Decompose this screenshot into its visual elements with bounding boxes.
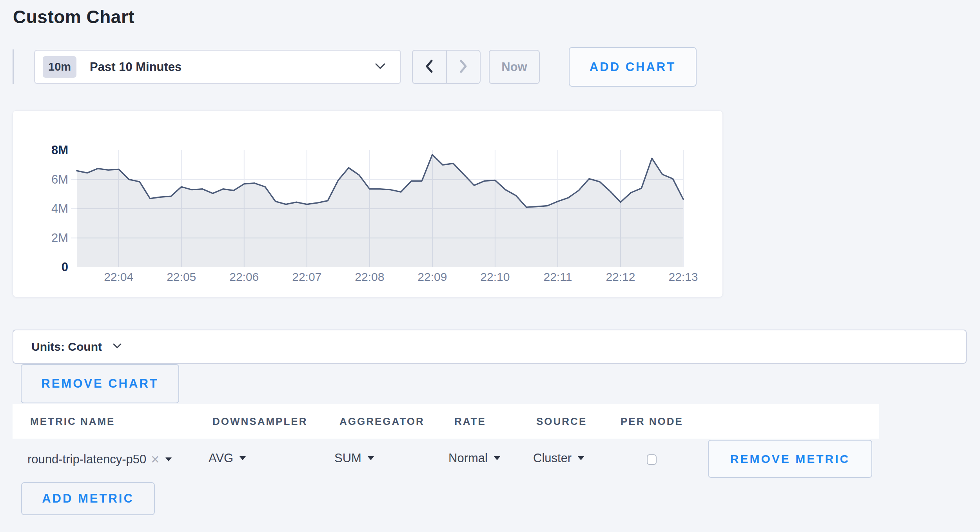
svg-text:22:10: 22:10 bbox=[480, 270, 510, 283]
caret-down-icon bbox=[494, 456, 500, 460]
units-dropdown[interactable]: Units: Count bbox=[13, 330, 967, 364]
svg-text:22:06: 22:06 bbox=[229, 270, 259, 283]
column-header-metric-name: METRIC NAME bbox=[30, 415, 115, 428]
svg-text:0: 0 bbox=[62, 260, 68, 274]
svg-text:22:11: 22:11 bbox=[544, 270, 572, 283]
metric-name-value: round-trip-latency-p50 bbox=[27, 452, 146, 466]
page-title: Custom Chart bbox=[13, 6, 134, 27]
metric-name-select[interactable]: round-trip-latency-p50 × bbox=[27, 451, 172, 468]
column-header-downsampler: DOWNSAMPLER bbox=[212, 415, 307, 428]
metrics-table-header: METRIC NAME DOWNSAMPLER AGGREGATOR RATE … bbox=[13, 404, 879, 439]
svg-text:22:04: 22:04 bbox=[104, 270, 133, 283]
timeseries-area-chart[interactable]: 02M4M6M8M22:0422:0522:0622:0722:0822:092… bbox=[13, 111, 723, 298]
column-header-per-node: PER NODE bbox=[621, 415, 683, 428]
svg-text:2M: 2M bbox=[51, 231, 68, 245]
time-pager bbox=[412, 50, 481, 84]
caret-down-icon bbox=[240, 456, 246, 460]
column-header-aggregator: AGGREGATOR bbox=[339, 415, 425, 428]
downsampler-select[interactable]: AVG bbox=[209, 451, 246, 465]
close-icon[interactable]: × bbox=[151, 451, 159, 468]
svg-text:22:13: 22:13 bbox=[668, 270, 698, 283]
caret-down-icon bbox=[578, 456, 584, 460]
downsampler-value: AVG bbox=[209, 451, 233, 465]
now-button[interactable]: Now bbox=[489, 50, 540, 84]
rate-select[interactable]: Normal bbox=[448, 451, 500, 465]
units-label: Units: Count bbox=[31, 340, 102, 353]
source-value: Cluster bbox=[533, 451, 572, 465]
prev-time-button[interactable] bbox=[413, 51, 447, 83]
svg-text:22:08: 22:08 bbox=[355, 270, 384, 283]
chevron-left-icon bbox=[424, 58, 435, 76]
svg-text:4M: 4M bbox=[51, 202, 68, 215]
svg-text:6M: 6M bbox=[51, 173, 68, 186]
column-header-source: SOURCE bbox=[536, 415, 587, 428]
svg-text:22:12: 22:12 bbox=[606, 270, 635, 283]
chevron-down-icon bbox=[113, 343, 122, 350]
time-range-badge: 10m bbox=[43, 56, 76, 78]
svg-text:22:07: 22:07 bbox=[292, 270, 321, 283]
rate-value: Normal bbox=[448, 451, 488, 465]
time-range-dropdown[interactable]: 10m Past 10 Minutes bbox=[34, 50, 401, 84]
svg-text:22:05: 22:05 bbox=[167, 270, 196, 283]
aggregator-value: SUM bbox=[334, 451, 361, 465]
chevron-down-icon bbox=[375, 63, 385, 71]
chart-card: 02M4M6M8M22:0422:0522:0622:0722:0822:092… bbox=[13, 110, 723, 297]
chevron-right-icon bbox=[458, 58, 469, 76]
svg-text:8M: 8M bbox=[51, 143, 68, 157]
next-time-button[interactable] bbox=[447, 51, 480, 83]
aggregator-select[interactable]: SUM bbox=[334, 451, 374, 465]
toolbar-accent-rule bbox=[13, 49, 14, 84]
add-chart-button[interactable]: ADD CHART bbox=[569, 47, 697, 87]
remove-metric-button[interactable]: REMOVE METRIC bbox=[708, 440, 872, 478]
source-select[interactable]: Cluster bbox=[533, 451, 584, 465]
caret-down-icon bbox=[165, 457, 172, 461]
time-range-label: Past 10 Minutes bbox=[90, 60, 181, 74]
remove-chart-button[interactable]: REMOVE CHART bbox=[21, 364, 179, 403]
svg-text:22:09: 22:09 bbox=[417, 270, 447, 283]
caret-down-icon bbox=[368, 456, 374, 460]
column-header-rate: RATE bbox=[454, 415, 486, 428]
add-metric-button[interactable]: ADD METRIC bbox=[21, 482, 155, 515]
per-node-checkbox[interactable] bbox=[647, 454, 657, 465]
